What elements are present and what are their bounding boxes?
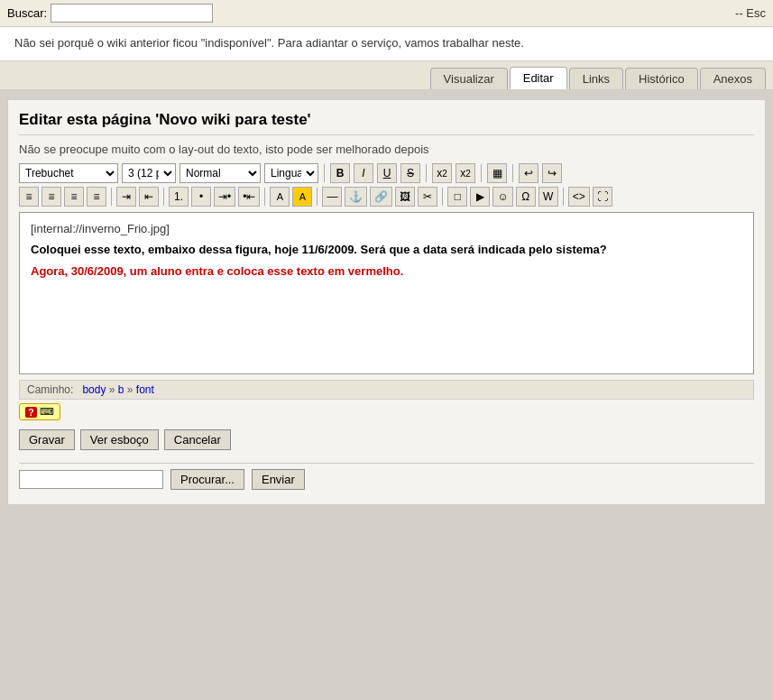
esc-text: -- Esc bbox=[735, 6, 766, 20]
font-select[interactable]: Trebuchet Arial Times New Roman bbox=[19, 163, 118, 183]
content-line1: [internal://inverno_Frio.jpg] bbox=[31, 222, 742, 235]
indent-less-button[interactable]: ⇤ bbox=[139, 187, 159, 207]
path-sep2: » bbox=[127, 383, 136, 396]
draft-button[interactable]: Ver esboço bbox=[80, 429, 159, 450]
align-justify-button[interactable]: ≡ bbox=[87, 187, 106, 207]
undo-button[interactable]: ↩ bbox=[519, 163, 538, 183]
emoji-button[interactable]: ☺ bbox=[492, 187, 512, 207]
separator3 bbox=[481, 164, 482, 182]
bottom-search-input[interactable] bbox=[19, 470, 163, 489]
sep6 bbox=[163, 188, 164, 206]
anchor-button[interactable]: ⚓ bbox=[345, 187, 367, 207]
size-select[interactable]: 3 (12 pt) 1 (8 pt) 2 (10 pt) 4 (14 pt) bbox=[122, 163, 176, 183]
lang-select[interactable]: Lingua PT EN bbox=[264, 163, 318, 183]
question-mark: ? bbox=[25, 407, 37, 418]
subscript-button[interactable]: x2 bbox=[432, 163, 452, 183]
strikethrough-button[interactable]: S bbox=[400, 163, 420, 183]
insert-image2-button[interactable]: □ bbox=[447, 187, 467, 207]
editor-title: Editar esta página 'Novo wiki para teste… bbox=[19, 111, 754, 135]
path-body: body bbox=[82, 383, 106, 396]
save-button[interactable]: Gravar bbox=[19, 429, 75, 450]
sep7 bbox=[264, 188, 265, 206]
media-button[interactable]: ▶ bbox=[470, 187, 490, 207]
superscript-button[interactable]: x2 bbox=[456, 163, 475, 183]
separator2 bbox=[426, 164, 427, 182]
tab-editar[interactable]: Editar bbox=[510, 67, 567, 89]
list-indent-button[interactable]: ⇥• bbox=[214, 187, 235, 207]
keyboard-hint: ? ⌨ bbox=[19, 403, 60, 420]
tab-visualizar[interactable]: Visualizar bbox=[430, 68, 508, 89]
style-select[interactable]: Normal Heading 1 Heading 2 bbox=[179, 163, 261, 183]
content-line3: Agora, 30/6/2009, um aluno entra e coloc… bbox=[31, 264, 742, 278]
separator4 bbox=[512, 164, 513, 182]
align-right-button[interactable]: ≡ bbox=[64, 187, 84, 207]
hr-button[interactable]: — bbox=[322, 187, 342, 207]
special-char-button[interactable]: Ω bbox=[516, 187, 536, 207]
content-line2: Coloquei esse texto, embaixo dessa figur… bbox=[31, 241, 742, 259]
unordered-list-button[interactable]: • bbox=[191, 187, 211, 207]
italic-button[interactable]: I bbox=[354, 163, 373, 183]
table-button[interactable]: ▦ bbox=[487, 163, 507, 183]
align-left-button[interactable]: ≡ bbox=[19, 187, 39, 207]
toolbar-row1: Trebuchet Arial Times New Roman 3 (12 pt… bbox=[19, 163, 754, 183]
sep9 bbox=[442, 188, 443, 206]
info-message: Não sei porquê o wiki anterior ficou "in… bbox=[14, 36, 759, 50]
indent-more-button[interactable]: ⇥ bbox=[116, 187, 136, 207]
search-button[interactable]: Procurar... bbox=[170, 469, 244, 490]
toolbar-row2: ≡ ≡ ≡ ≡ ⇥ ⇤ 1. • ⇥• •⇤ A A — ⚓ 🔗 🖼 ✂ □ ▶… bbox=[19, 187, 754, 207]
unlink-button[interactable]: ✂ bbox=[418, 187, 437, 207]
search-input[interactable] bbox=[51, 4, 213, 23]
separator bbox=[324, 164, 325, 182]
bottom-buttons: Gravar Ver esboço Cancelar bbox=[19, 429, 754, 450]
path-label: Caminho: bbox=[27, 383, 73, 396]
wiki-link-button[interactable]: W bbox=[538, 187, 558, 207]
search-label: Buscar: bbox=[7, 6, 47, 20]
underline-button[interactable]: U bbox=[377, 163, 397, 183]
link-button[interactable]: 🔗 bbox=[370, 187, 392, 207]
list-outdent-button[interactable]: •⇤ bbox=[238, 187, 260, 207]
path-font: font bbox=[136, 383, 154, 396]
path-bar: Caminho: body » b » font bbox=[19, 380, 754, 400]
path-b: b bbox=[118, 383, 124, 396]
tab-historico[interactable]: Histórico bbox=[625, 68, 698, 89]
sep10 bbox=[563, 188, 564, 206]
info-bar: Não sei porquê o wiki anterior ficou "in… bbox=[0, 27, 773, 61]
path-sep1: » bbox=[109, 383, 118, 396]
tab-anexos[interactable]: Anexos bbox=[700, 68, 766, 89]
top-bar: Buscar: -- Esc bbox=[0, 0, 773, 27]
bottom-search: Procurar... Enviar bbox=[19, 463, 754, 493]
tabs-container: Visualizar Editar Links Histórico Anexos bbox=[0, 61, 773, 90]
editor-container: Editar esta página 'Novo wiki para teste… bbox=[7, 99, 766, 505]
ordered-list-button[interactable]: 1. bbox=[169, 187, 189, 207]
editor-subtitle: Não se preocupe muito com o lay-out do t… bbox=[19, 143, 754, 156]
send-button[interactable]: Enviar bbox=[252, 469, 305, 490]
keyboard-icon: ⌨ bbox=[40, 406, 54, 418]
bg-color-button[interactable]: A bbox=[292, 187, 312, 207]
cancel-button[interactable]: Cancelar bbox=[164, 429, 231, 450]
align-center-button[interactable]: ≡ bbox=[41, 187, 61, 207]
bold-button[interactable]: B bbox=[330, 163, 350, 183]
redo-button[interactable]: ↪ bbox=[542, 163, 562, 183]
image-button[interactable]: 🖼 bbox=[395, 187, 415, 207]
text-color-button[interactable]: A bbox=[270, 187, 290, 207]
search-area: Buscar: bbox=[7, 4, 213, 23]
sep8 bbox=[317, 188, 317, 206]
edit-area[interactable]: [internal://inverno_Frio.jpg] Coloquei e… bbox=[19, 212, 754, 374]
html-button[interactable]: <> bbox=[568, 187, 590, 207]
sep5 bbox=[111, 188, 112, 206]
fullscreen-button[interactable]: ⛶ bbox=[593, 187, 612, 207]
tab-links[interactable]: Links bbox=[569, 68, 623, 89]
